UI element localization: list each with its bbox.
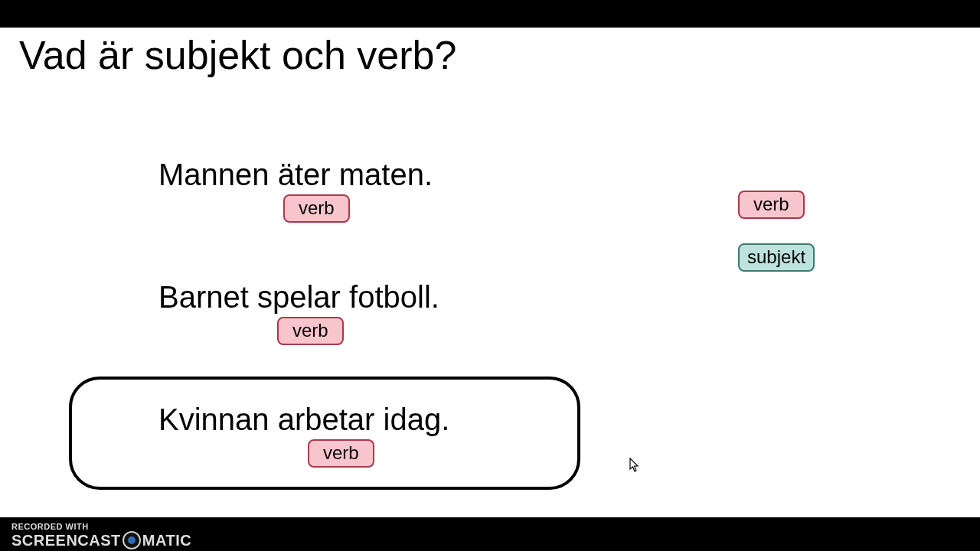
legend-verb: verb — [738, 191, 805, 219]
sentence-2: Barnet spelar fotboll. — [158, 280, 439, 315]
verb-tag-3: verb — [308, 439, 374, 468]
letterbox-top — [0, 0, 980, 28]
sentence-1: Mannen äter maten. — [158, 158, 433, 192]
verb-tag-1: verb — [283, 194, 350, 223]
slide-title: Vad är subjekt och verb? — [19, 32, 456, 78]
watermark-brand-left: SCREENCAST — [11, 532, 121, 549]
sentence-3: Kvinnan arbetar idag. — [158, 403, 449, 437]
watermark-line1: RECORDED WITH — [11, 522, 89, 531]
legend-subjekt: subjekt — [738, 243, 815, 272]
watermark-logo-icon — [122, 531, 141, 549]
mouse-cursor-icon — [629, 458, 640, 473]
slide-canvas: Vad är subjekt och verb? Mannen äter mat… — [0, 28, 980, 517]
watermark-brand: SCREENCAST MATIC — [11, 531, 191, 549]
watermark-brand-right: MATIC — [142, 532, 191, 549]
verb-tag-2: verb — [277, 317, 344, 345]
